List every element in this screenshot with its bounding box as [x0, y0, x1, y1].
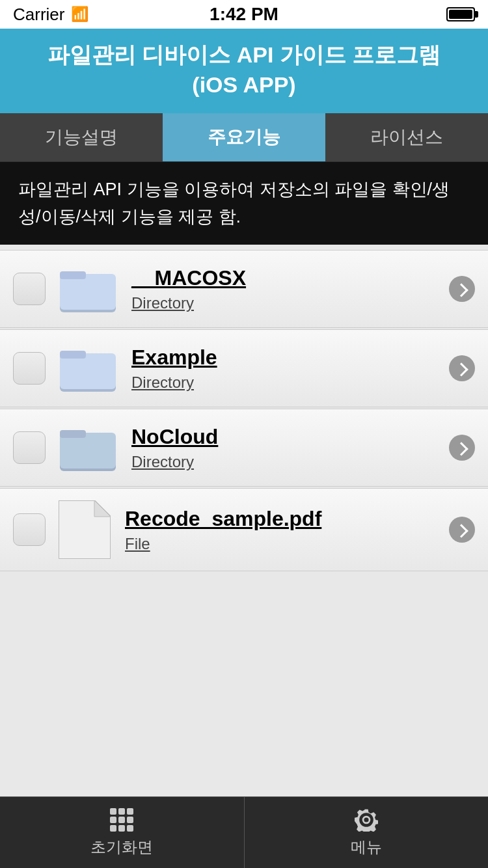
bottom-tab-menu[interactable]: 메뉴 — [244, 797, 489, 868]
status-bar-left: Carrier 📶 — [13, 5, 88, 25]
folder-icon-nocloud — [59, 424, 117, 472]
file-type-example: Directory — [131, 373, 449, 392]
file-info-macosx: __MACOSX Directory — [131, 266, 449, 312]
folder-icon-macosx — [59, 265, 117, 314]
chevron-recode[interactable] — [449, 517, 475, 543]
file-list: __MACOSX Directory Example Directory — [0, 245, 488, 796]
file-name-recode: Recode_sample.pdf — [125, 507, 449, 531]
svg-rect-1 — [60, 274, 116, 310]
chevron-example[interactable] — [449, 355, 475, 381]
status-bar-time: 1:42 PM — [210, 4, 278, 25]
tab-features[interactable]: 기능설명 — [0, 113, 163, 161]
file-info-example: Example Directory — [131, 346, 449, 392]
chevron-macosx[interactable] — [449, 276, 475, 302]
wifi-icon: 📶 — [71, 6, 88, 23]
checkbox-macosx[interactable] — [13, 273, 46, 305]
svg-marker-10 — [94, 500, 111, 517]
checkbox-example[interactable] — [13, 352, 46, 385]
file-item-macosx[interactable]: __MACOSX Directory — [0, 250, 488, 328]
bottom-tab-bar: 초기화면 메뉴 — [0, 796, 488, 868]
file-icon-recode — [59, 500, 111, 559]
battery-fill — [449, 10, 472, 19]
app-title: 파일관리 디바이스 API 가이드 프로그램(iOS APP) — [13, 40, 475, 100]
file-type-nocloud: Directory — [131, 453, 449, 471]
file-name-example: Example — [131, 346, 449, 370]
svg-rect-2 — [60, 271, 86, 279]
file-info-recode: Recode_sample.pdf File — [125, 507, 449, 553]
file-type-macosx: Directory — [131, 294, 449, 312]
file-item-example[interactable]: Example Directory — [0, 329, 488, 407]
checkbox-recode[interactable] — [13, 513, 46, 546]
file-item-recode[interactable]: Recode_sample.pdf File — [0, 488, 488, 571]
grid-icon — [110, 808, 133, 832]
battery-icon — [446, 7, 475, 21]
description-bar: 파일관리 API 기능을 이용하여 저장소의 파일을 확인/생성/이동/삭제 기… — [0, 162, 488, 245]
carrier-label: Carrier — [13, 5, 64, 25]
chevron-nocloud[interactable] — [449, 435, 475, 461]
tab-bar: 기능설명 주요기능 라이선스 — [0, 113, 488, 162]
gear-icon — [355, 808, 378, 832]
file-item-nocloud[interactable]: NoCloud Directory — [0, 409, 488, 487]
file-info-nocloud: NoCloud Directory — [131, 425, 449, 471]
tab-main[interactable]: 주요기능 — [163, 113, 325, 161]
bottom-tab-home-label: 초기화면 — [90, 837, 153, 858]
bottom-tab-home[interactable]: 초기화면 — [0, 797, 244, 868]
folder-icon-example — [59, 344, 117, 393]
tab-license[interactable]: 라이선스 — [325, 113, 488, 161]
bottom-tab-menu-label: 메뉴 — [351, 837, 382, 858]
status-bar-right — [446, 7, 475, 21]
svg-rect-5 — [60, 351, 86, 359]
file-name-macosx: __MACOSX — [131, 266, 449, 290]
file-name-nocloud: NoCloud — [131, 425, 449, 449]
description-text: 파일관리 API 기능을 이용하여 저장소의 파일을 확인/생성/이동/삭제 기… — [18, 180, 450, 226]
app-header: 파일관리 디바이스 API 가이드 프로그램(iOS APP) — [0, 29, 488, 113]
svg-rect-4 — [60, 353, 116, 389]
svg-rect-7 — [60, 433, 116, 468]
checkbox-nocloud[interactable] — [13, 431, 46, 464]
file-type-recode: File — [125, 535, 449, 553]
status-bar: Carrier 📶 1:42 PM — [0, 0, 488, 29]
svg-rect-8 — [60, 430, 86, 438]
